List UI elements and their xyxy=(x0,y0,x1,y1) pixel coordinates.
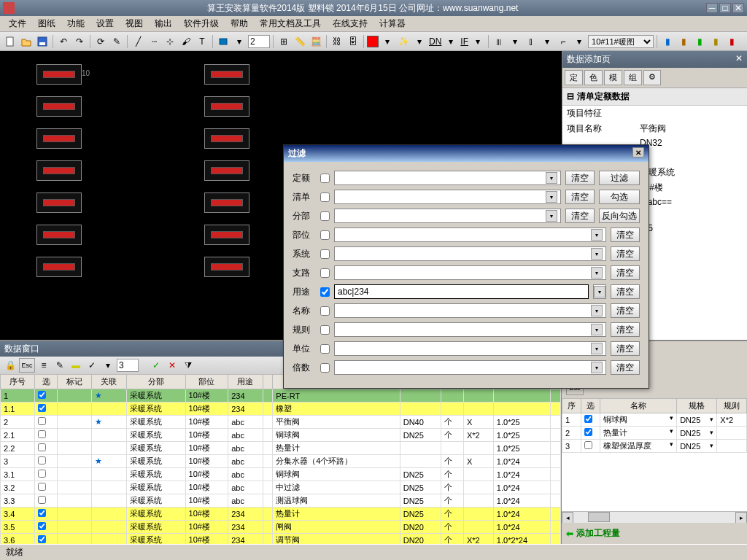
add-quantity-link[interactable]: ⬅添加工程量 xyxy=(562,523,747,544)
col-header[interactable]: 名称 xyxy=(600,399,677,413)
new-icon[interactable] xyxy=(3,34,18,49)
calc-icon[interactable]: 🧮 xyxy=(309,34,323,49)
tool-icon[interactable]: ✎ xyxy=(109,34,124,49)
color-red[interactable] xyxy=(367,36,379,47)
thumbnail[interactable] xyxy=(204,64,249,85)
dd2-icon[interactable]: ▾ xyxy=(380,34,395,49)
thumbnail[interactable]: 10 xyxy=(36,64,82,85)
clear-button[interactable]: 清空 xyxy=(611,284,640,299)
table-row[interactable]: 3.1采暖系统10#楼abc铜球阀DN25个1.0*24 xyxy=(1,468,561,481)
table-row[interactable]: 3.6采暖系统10#楼234调节阀DN20个X*21.0*2*24 xyxy=(1,534,561,545)
dashed-icon[interactable]: ┄ xyxy=(147,34,161,49)
menu-文件[interactable]: 文件 xyxy=(3,16,32,31)
menu-计算器[interactable]: 计算器 xyxy=(374,16,411,31)
menu-在线支持[interactable]: 在线支持 xyxy=(327,16,374,31)
dd8-icon[interactable]: ▾ xyxy=(572,34,587,49)
clear-button[interactable]: 清空 xyxy=(565,171,595,185)
row-check[interactable] xyxy=(38,417,46,425)
col-header[interactable]: 部位 xyxy=(185,375,228,389)
dropdown-icon[interactable]: ▾ xyxy=(546,172,557,184)
row-check[interactable] xyxy=(38,509,46,517)
dd-icon[interactable]: ▾ xyxy=(101,358,115,373)
table-row[interactable]: 3橡塑保温厚度 ▾DN25 ▾ xyxy=(562,440,747,453)
row-check[interactable] xyxy=(38,456,46,464)
dropdown-icon[interactable]: ▾ xyxy=(591,248,603,260)
row-check[interactable] xyxy=(38,483,46,491)
open-icon[interactable] xyxy=(19,34,34,49)
dn-label[interactable]: DN xyxy=(428,34,442,49)
col-header[interactable]: 选 xyxy=(35,375,58,389)
filter-check[interactable] xyxy=(320,174,330,183)
filter-combo[interactable]: ▾ xyxy=(334,360,606,375)
filter-check[interactable] xyxy=(320,325,330,335)
data-grid[interactable]: 序号选标记关联分部部位用途1★采暖系统10#楼234PE-RT1.1采暖系统10… xyxy=(0,374,561,544)
number-input[interactable] xyxy=(248,35,270,48)
thumbnail[interactable] xyxy=(204,128,249,149)
esc-icon[interactable]: Esc xyxy=(19,358,35,373)
thumbnail[interactable] xyxy=(204,192,249,213)
table-row[interactable]: 3.4采暖系统10#楼234热量计DN25个1.0*24 xyxy=(1,508,561,521)
wand-icon[interactable]: ✨ xyxy=(396,34,411,49)
thumbnail[interactable] xyxy=(204,225,249,245)
dd7-icon[interactable]: ▾ xyxy=(540,34,554,49)
filter-combo[interactable]: ▾ xyxy=(334,246,606,261)
menu-软件升级[interactable]: 软件升级 xyxy=(178,16,225,31)
filter-check[interactable] xyxy=(320,192,330,202)
scroll-right-icon[interactable]: ▸ xyxy=(735,512,747,524)
col-header[interactable]: 用途 xyxy=(228,375,263,389)
tool2-icon[interactable]: ⊹ xyxy=(163,34,177,49)
filter-icon[interactable]: ⧩ xyxy=(181,358,196,373)
table-row[interactable]: 2热量计 ▾DN25 ▾ xyxy=(562,427,747,440)
rect-icon[interactable] xyxy=(216,34,231,49)
thumbnail[interactable] xyxy=(204,96,249,117)
col-header[interactable]: 选 xyxy=(581,399,600,413)
row-check[interactable] xyxy=(38,535,46,543)
row-check[interactable] xyxy=(38,443,46,451)
filter-combo[interactable]: ▾ xyxy=(334,322,606,337)
dropdown-icon[interactable]: ▾ xyxy=(593,284,606,299)
layer-select[interactable]: 10#11#暖图 xyxy=(588,35,654,48)
tool-b-icon[interactable]: ▮ xyxy=(676,34,691,49)
thumbnail[interactable] xyxy=(36,257,82,277)
filter-check[interactable] xyxy=(320,249,330,259)
table-row[interactable]: 2.1采暖系统10#楼abc铜球阀DN25个X*21.0*25 xyxy=(1,429,561,442)
clear-button[interactable]: 清空 xyxy=(611,360,640,375)
check-icon[interactable]: ✓ xyxy=(149,358,163,373)
highlight-icon[interactable]: ▬ xyxy=(69,358,83,373)
table-row[interactable]: 3★采暖系统10#楼abc分集水器（4个环路）个X1.0*24 xyxy=(1,455,561,468)
filter-check[interactable] xyxy=(320,268,330,278)
brush-icon[interactable]: 🖌 xyxy=(179,34,193,49)
row-check[interactable] xyxy=(584,441,592,449)
menu-功能[interactable]: 功能 xyxy=(61,16,90,31)
row-check[interactable] xyxy=(584,415,592,423)
minimize-button[interactable]: ─ xyxy=(706,3,718,13)
dropdown-icon[interactable]: ▾ xyxy=(591,324,603,335)
row-check[interactable] xyxy=(38,470,46,478)
table-row[interactable]: 2★采暖系统10#楼abc平衡阀DN40个X1.0*25 xyxy=(1,416,561,429)
h-scrollbar[interactable]: ◂ ▸ xyxy=(562,511,747,523)
align-icon[interactable]: ⫼ xyxy=(492,34,506,49)
dropdown-icon[interactable]: ▾ xyxy=(591,343,603,354)
filter-check[interactable] xyxy=(320,306,330,316)
if-label[interactable]: IF xyxy=(460,34,469,49)
dialog-close-icon[interactable]: ✕ xyxy=(632,147,644,158)
x-icon[interactable]: ✕ xyxy=(165,358,179,373)
dd4-icon[interactable]: ▾ xyxy=(444,34,458,49)
filter-input[interactable] xyxy=(334,284,589,299)
action-button[interactable]: 过滤 xyxy=(599,171,640,185)
dd3-icon[interactable]: ▾ xyxy=(412,34,427,49)
corner-icon[interactable]: ⌐ xyxy=(556,34,570,49)
col-header[interactable]: 规格 xyxy=(677,399,717,413)
clear-button[interactable]: 清空 xyxy=(611,341,640,356)
filter-combo[interactable]: ▾ xyxy=(334,265,606,280)
thumbnail[interactable] xyxy=(36,192,82,213)
grid-icon[interactable]: ⊞ xyxy=(276,34,291,49)
menu-常用文档及工具[interactable]: 常用文档及工具 xyxy=(254,16,327,31)
col-header[interactable] xyxy=(263,375,273,389)
scroll-left-icon[interactable]: ◂ xyxy=(562,512,573,524)
tool-e-icon[interactable]: ▮ xyxy=(724,34,739,49)
clear-button[interactable]: 清空 xyxy=(611,265,640,280)
thumbnail[interactable] xyxy=(36,96,82,117)
menu-图纸[interactable]: 图纸 xyxy=(32,16,61,31)
dd6-icon[interactable]: ▾ xyxy=(508,34,522,49)
